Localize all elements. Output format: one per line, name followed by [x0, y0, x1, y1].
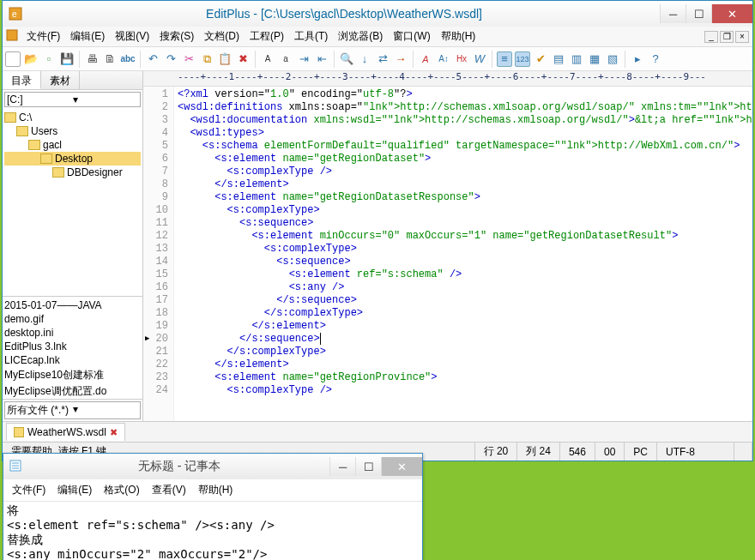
- outdent-icon[interactable]: ⇤: [314, 51, 329, 67]
- notepad-window: 无标题 - 记事本 ─ ☐ ✕ 文件(F) 编辑(E) 格式(O) 查看(V) …: [3, 453, 423, 560]
- menu-project[interactable]: 工程(P): [245, 27, 289, 45]
- drive-select[interactable]: [C:]▾: [4, 92, 141, 107]
- doc-tab-weatherws[interactable]: WeatherWS.wsdl ✖: [6, 423, 125, 441]
- np-minimize-button[interactable]: ─: [329, 457, 355, 476]
- close-icon[interactable]: ✖: [110, 427, 118, 438]
- menu-search[interactable]: 搜索(S): [154, 27, 199, 45]
- preview-icon[interactable]: 🗎: [102, 51, 118, 67]
- ruler: ----+----1----+----2----+----3----+----4…: [143, 71, 752, 87]
- menu-file[interactable]: 文件(F): [21, 27, 65, 45]
- color-icon[interactable]: A: [418, 51, 433, 67]
- menu-view[interactable]: 视图(V): [110, 27, 154, 45]
- minimize-button[interactable]: ─: [660, 4, 686, 23]
- font-icon[interactable]: A↕: [436, 51, 451, 67]
- spell-icon[interactable]: abc: [120, 51, 136, 67]
- notepad-icon: [9, 459, 24, 474]
- status-total: 546: [560, 443, 595, 461]
- mdi-close-button[interactable]: ×: [735, 31, 749, 43]
- new-icon[interactable]: ▫: [5, 51, 21, 67]
- copy-icon[interactable]: ⧉: [199, 51, 214, 67]
- status-mode2: PC: [625, 443, 657, 461]
- np-close-button[interactable]: ✕: [381, 457, 422, 476]
- tab-material[interactable]: 素材: [41, 71, 80, 89]
- folder-icon: [16, 126, 28, 136]
- status-col: 列 24: [517, 443, 560, 461]
- file-item[interactable]: EditPlus 3.lnk: [4, 340, 141, 353]
- file-item[interactable]: 2015-01-07——JAVA: [4, 298, 141, 312]
- menu-doc[interactable]: 文档(D): [199, 27, 245, 45]
- indent-icon[interactable]: ⇥: [296, 51, 311, 67]
- file-list[interactable]: 2015-01-07——JAVAdemo.gifdesktop.iniEditP…: [3, 297, 142, 400]
- linenum-icon[interactable]: 123: [515, 51, 530, 67]
- np-menu-view[interactable]: 查看(V): [147, 481, 191, 499]
- print-icon[interactable]: 🖶: [84, 51, 100, 67]
- file-filter[interactable]: 所有文件 (*.*)▾: [4, 401, 141, 419]
- paste-icon[interactable]: 📋: [217, 51, 233, 67]
- check-icon[interactable]: ✔: [533, 51, 548, 67]
- panel3-icon[interactable]: ▦: [587, 51, 602, 67]
- replace-icon[interactable]: ⇄: [375, 51, 390, 67]
- findnext-icon[interactable]: ↓: [357, 51, 372, 67]
- mdi-min-button[interactable]: _: [704, 31, 718, 43]
- notepad-body[interactable]: 将 <s:element ref="s:schema" /><s:any /> …: [3, 502, 422, 560]
- file-item[interactable]: MyEclipse10创建标准: [4, 367, 141, 383]
- status-line: 行 20: [475, 443, 518, 461]
- status-enc: UTF-8: [657, 443, 734, 461]
- web-icon[interactable]: W: [472, 51, 487, 67]
- tree-item[interactable]: Desktop: [4, 152, 141, 166]
- menu-window[interactable]: 窗口(W): [388, 27, 435, 45]
- menu-browser[interactable]: 浏览器(B): [333, 27, 388, 45]
- cut-icon[interactable]: ✂: [181, 51, 196, 67]
- document-tabs: WeatherWS.wsdl ✖: [3, 421, 752, 442]
- mdi-restore-button[interactable]: ❐: [720, 31, 734, 43]
- file-item[interactable]: MyEclipse调优配置.do: [4, 383, 141, 400]
- window-title: EditPlus - [C:\Users\gacl\Desktop\Weathe…: [28, 7, 660, 21]
- maximize-button[interactable]: ☐: [686, 4, 711, 23]
- delete-icon[interactable]: ✖: [235, 51, 251, 67]
- np-menu-format[interactable]: 格式(O): [99, 481, 144, 499]
- wrap-icon[interactable]: ≡: [497, 51, 512, 67]
- np-menu-file[interactable]: 文件(F): [7, 481, 51, 499]
- folder-tree[interactable]: C:\UsersgaclDesktopDBDesigner: [3, 109, 142, 297]
- file-item[interactable]: demo.gif: [4, 312, 141, 326]
- save-icon[interactable]: 💾: [59, 51, 75, 67]
- menu-tools[interactable]: 工具(T): [289, 27, 333, 45]
- hex-icon[interactable]: Hx: [454, 51, 469, 67]
- find-icon[interactable]: 🔍: [339, 51, 354, 67]
- chevron-down-icon: ▾: [73, 403, 139, 418]
- app-small-icon: [6, 29, 18, 44]
- chevron-down-icon: ▾: [73, 93, 139, 105]
- file-item[interactable]: desktop.ini: [4, 326, 141, 340]
- tab-directory[interactable]: 目录: [3, 71, 41, 89]
- panel4-icon[interactable]: ▧: [605, 51, 620, 67]
- help-icon[interactable]: ?: [648, 51, 663, 67]
- code-body[interactable]: <?xml version="1.0" encoding="utf-8"?> <…: [174, 87, 752, 421]
- lcase-icon[interactable]: a: [278, 51, 293, 67]
- np-menu-help[interactable]: 帮助(H): [193, 481, 239, 499]
- toolbar: ▫ 📂 ▫ 💾 🖶 🗎 abc ↶ ↷ ✂ ⧉ 📋 ✖ A a ⇥ ⇤ 🔍 ↓ …: [3, 47, 752, 71]
- app-icon: e: [8, 6, 23, 21]
- redo-icon[interactable]: ↷: [163, 51, 178, 67]
- titlebar[interactable]: e EditPlus - [C:\Users\gacl\Desktop\Weat…: [3, 1, 752, 27]
- tool-icon[interactable]: ▸: [630, 51, 645, 67]
- np-maximize-button[interactable]: ☐: [355, 457, 381, 476]
- close-button[interactable]: ✕: [711, 4, 752, 23]
- panel2-icon[interactable]: ▥: [569, 51, 584, 67]
- open-icon[interactable]: 📂: [23, 51, 39, 67]
- file-item[interactable]: LICEcap.lnk: [4, 353, 141, 367]
- ucase-icon[interactable]: A: [260, 51, 275, 67]
- np-menu-edit[interactable]: 编辑(E): [52, 481, 97, 499]
- tree-item[interactable]: C:\: [4, 111, 141, 124]
- menu-edit[interactable]: 编辑(E): [65, 27, 110, 45]
- folder-icon: [52, 167, 64, 178]
- tree-item[interactable]: DBDesigner: [4, 166, 141, 179]
- sidebar: 目录 素材 [C:]▾ C:\UsersgaclDesktopDBDesigne…: [3, 71, 143, 421]
- tree-item[interactable]: gacl: [4, 138, 141, 152]
- tree-item[interactable]: Users: [4, 124, 141, 138]
- undo-icon[interactable]: ↶: [145, 51, 160, 67]
- goto-icon[interactable]: →: [393, 51, 408, 67]
- line-gutter: 12345678910111213141516171819▶2021222324: [143, 87, 174, 421]
- panel1-icon[interactable]: ▤: [551, 51, 566, 67]
- menu-help[interactable]: 帮助(H): [436, 27, 481, 45]
- new2-icon[interactable]: ▫: [41, 51, 57, 67]
